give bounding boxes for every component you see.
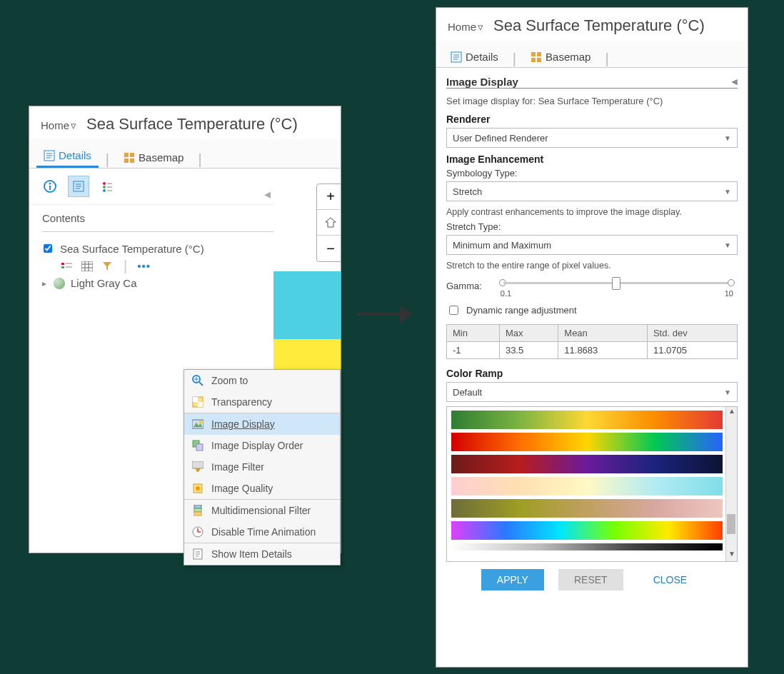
ramp-option[interactable] <box>451 477 723 496</box>
svg-point-47 <box>196 486 200 491</box>
separator: | <box>510 51 519 67</box>
color-ramp-select[interactable]: Default ▼ <box>446 382 738 402</box>
tab-details[interactable]: Details <box>36 145 99 168</box>
menu-display-order[interactable]: Image Display Order <box>184 435 340 456</box>
renderer-select[interactable]: User Defined Renderer ▼ <box>446 128 738 148</box>
legend-button[interactable] <box>96 176 118 197</box>
clock-icon <box>191 525 204 538</box>
menu-image-filter-label: Image Filter <box>211 461 264 473</box>
menu-image-quality-label: Image Quality <box>211 483 273 494</box>
ramp-option[interactable] <box>451 543 723 550</box>
gamma-max: 10 <box>725 289 733 298</box>
menu-multidim-filter[interactable]: Multidimensional Filter <box>184 499 340 521</box>
stretch-select[interactable]: Minimum and Maximum ▼ <box>446 235 738 255</box>
svg-rect-50 <box>194 512 201 515</box>
about-button[interactable] <box>39 176 61 197</box>
collapse-icon[interactable]: ◂ <box>732 75 738 88</box>
svg-rect-63 <box>537 52 541 56</box>
min-header: Min <box>447 325 500 342</box>
svg-marker-45 <box>195 468 201 472</box>
svg-line-33 <box>199 382 203 386</box>
renderer-heading: Renderer <box>446 114 738 125</box>
svg-rect-5 <box>130 153 134 157</box>
tab-details[interactable]: Details <box>443 46 506 67</box>
tab-basemap-label: Basemap <box>546 51 590 63</box>
tab-bar: Details | Basemap | <box>436 41 748 68</box>
menu-item-details[interactable]: Show Item Details <box>184 543 340 565</box>
menu-image-quality[interactable]: Image Quality <box>184 478 340 499</box>
max-value[interactable]: 33.5 <box>499 342 558 359</box>
button-row: APPLY RESET CLOSE <box>446 562 738 598</box>
contents-button[interactable] <box>68 176 89 197</box>
zoom-in-button[interactable]: + <box>317 184 341 210</box>
reset-button[interactable]: RESET <box>558 569 623 590</box>
image-filter-icon <box>191 461 204 473</box>
menu-image-filter[interactable]: Image Filter <box>184 456 340 478</box>
expand-caret-icon[interactable]: ▸ <box>41 278 48 288</box>
scroll-thumb[interactable] <box>727 514 735 534</box>
globe-icon <box>54 278 65 289</box>
ramp-option[interactable] <box>451 433 723 451</box>
ramp-option[interactable] <box>451 411 723 429</box>
svg-rect-37 <box>193 397 198 402</box>
std-value[interactable]: 11.0705 <box>647 342 737 359</box>
header: Home ▿ Sea Surface Temperature (°C) <box>29 106 341 139</box>
menu-transparency-label: Transparency <box>211 396 272 408</box>
tab-basemap[interactable]: Basemap <box>116 147 191 168</box>
chevron-down-icon: ▼ <box>724 134 731 142</box>
more-options-button[interactable]: ••• <box>137 260 151 272</box>
table-icon[interactable] <box>81 260 94 273</box>
svg-rect-25 <box>81 261 93 271</box>
menu-transparency[interactable]: Transparency <box>184 391 340 413</box>
renderer-value: User Defined Renderer <box>453 133 548 144</box>
slider-thumb[interactable] <box>612 277 620 290</box>
gamma-slider[interactable]: 0.1 10 <box>496 275 738 296</box>
gamma-row: Gamma: 0.1 10 <box>446 275 738 296</box>
legend-toggle-icon[interactable] <box>61 260 74 273</box>
scroll-down-icon[interactable]: ▼ <box>726 550 738 561</box>
svg-rect-38 <box>198 402 203 407</box>
ramp-option[interactable] <box>451 455 723 473</box>
page-title: Sea Surface Temperature (°C) <box>86 115 298 134</box>
table-row: Min Max Mean Std. dev <box>447 325 738 342</box>
scroll-up-icon[interactable]: ▲ <box>726 407 738 418</box>
svg-rect-22 <box>61 266 64 268</box>
menu-zoom-to[interactable]: Zoom to <box>184 370 340 391</box>
svg-rect-43 <box>196 444 203 451</box>
apply-button[interactable]: APPLY <box>481 569 544 590</box>
menu-multidim-label: Multidimensional Filter <box>211 505 311 516</box>
menu-display-order-label: Image Display Order <box>211 440 303 451</box>
home-dropdown[interactable]: Home ▿ <box>448 21 483 34</box>
layer-basemap-label: Light Gray Ca <box>71 277 137 289</box>
color-ramp-value: Default <box>453 387 482 398</box>
collapse-panel-icon[interactable]: ◂ <box>264 186 271 202</box>
min-value[interactable]: -1 <box>447 342 500 359</box>
slider-max-handle[interactable] <box>728 279 735 286</box>
image-display-icon <box>191 418 204 431</box>
scrollbar[interactable]: ▲ ▼ <box>725 407 737 561</box>
tab-details-label: Details <box>59 149 91 161</box>
zoom-out-button[interactable]: − <box>317 236 341 261</box>
stretch-hint: Stretch to the entire range of pixel val… <box>446 261 738 271</box>
home-extent-button[interactable] <box>317 210 341 236</box>
tab-basemap[interactable]: Basemap <box>523 46 598 67</box>
symbology-select[interactable]: Stretch ▼ <box>446 181 738 201</box>
filter-icon[interactable] <box>101 260 114 273</box>
zoom-icon <box>191 374 204 387</box>
set-for-layer: Sea Surface Temperature (°C) <box>538 96 663 106</box>
menu-disable-time[interactable]: Disable Time Animation <box>184 521 340 543</box>
svg-rect-62 <box>531 52 536 56</box>
layer-sst-checkbox[interactable] <box>44 244 52 253</box>
transparency-icon <box>191 396 204 408</box>
dra-checkbox[interactable] <box>449 306 458 315</box>
chevron-down-icon: ▿ <box>71 119 76 132</box>
chevron-down-icon: ▼ <box>724 241 731 249</box>
ramp-option[interactable] <box>451 521 723 540</box>
menu-image-display[interactable]: Image Display <box>184 413 340 435</box>
close-button[interactable]: CLOSE <box>638 569 703 590</box>
home-dropdown[interactable]: Home ▿ <box>41 119 76 132</box>
layer-context-menu: Zoom to Transparency Image Display Image… <box>184 369 341 565</box>
ramp-option[interactable] <box>451 499 723 518</box>
mean-value[interactable]: 11.8683 <box>558 342 648 359</box>
svg-rect-39 <box>192 420 203 428</box>
